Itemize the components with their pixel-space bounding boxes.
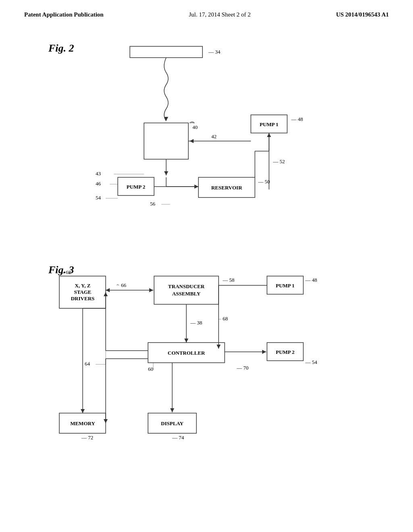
svg-marker-50 <box>106 288 110 292</box>
svg-marker-79 <box>262 350 266 354</box>
svg-marker-36 <box>267 133 271 137</box>
svg-rect-39 <box>154 276 219 304</box>
svg-marker-72 <box>217 345 221 349</box>
header-center: Jul. 17, 2014 Sheet 2 of 2 <box>189 11 250 18</box>
svg-text:— 54: — 54 <box>305 359 317 365</box>
svg-text:— 48: — 48 <box>291 116 303 122</box>
svg-rect-55 <box>148 343 225 363</box>
svg-marker-27 <box>194 185 198 189</box>
svg-text:PUMP 2: PUMP 2 <box>127 184 146 190</box>
svg-text:40: 40 <box>192 124 198 130</box>
svg-text:PUMP 2: PUMP 2 <box>276 349 295 355</box>
fig2-svg: — 34 40 ⌒ 42 PUMP 1 — 48 <box>24 38 389 252</box>
svg-text:68: 68 <box>223 316 228 322</box>
svg-text:RESERVOIR: RESERVOIR <box>211 185 242 191</box>
main-content: Fig. 2 — 34 40 ⌒ 42 <box>0 22 413 482</box>
svg-marker-91 <box>170 408 174 412</box>
svg-text:ASSEMBLY: ASSEMBLY <box>172 291 201 297</box>
svg-text:STAGE: STAGE <box>74 289 91 295</box>
svg-text:— 58: — 58 <box>222 277 234 283</box>
svg-rect-30 <box>198 177 255 197</box>
svg-text:64: 64 <box>85 361 90 367</box>
page-header: Patent Application Publication Jul. 17, … <box>0 0 413 22</box>
svg-text:— 38: — 38 <box>190 320 202 326</box>
svg-marker-53 <box>184 339 188 343</box>
svg-marker-86 <box>104 419 108 423</box>
svg-rect-87 <box>148 413 196 433</box>
svg-text:— 70: — 70 <box>236 365 248 371</box>
svg-rect-81 <box>59 413 106 433</box>
svg-text:X, Y, Z: X, Y, Z <box>75 283 91 289</box>
svg-text:DISPLAY: DISPLAY <box>161 420 184 426</box>
svg-rect-75 <box>267 343 303 361</box>
svg-text:— 34: — 34 <box>208 49 221 55</box>
svg-text:42: 42 <box>211 133 217 139</box>
svg-text:66: 66 <box>121 282 127 288</box>
svg-text:— 50: — 50 <box>258 179 270 185</box>
svg-text:PUMP 1: PUMP 1 <box>276 283 295 289</box>
svg-text:— 48: — 48 <box>305 277 317 283</box>
svg-text:46: 46 <box>96 181 101 187</box>
svg-text:— 72: — 72 <box>81 434 93 441</box>
svg-marker-17 <box>164 171 168 175</box>
svg-text:— 74: — 74 <box>172 434 184 441</box>
svg-rect-43 <box>59 276 106 308</box>
svg-marker-62 <box>104 292 108 296</box>
svg-marker-94 <box>81 409 85 413</box>
svg-text:43: 43 <box>96 170 101 177</box>
svg-text:MEMORY: MEMORY <box>70 420 95 426</box>
header-left: Patent Application Publication <box>24 11 104 18</box>
fig3-svg: TRANSDUCER ASSEMBLY — 58 X, Y, Z STAGE D… <box>24 264 389 474</box>
svg-rect-3 <box>144 123 188 159</box>
fig3-diagram: Fig. 3 TRANSDUCER ASSEMBLY — 58 X, Y, Z … <box>24 264 389 474</box>
svg-marker-49 <box>149 288 153 292</box>
svg-text:PUMP 1: PUMP 1 <box>260 121 279 127</box>
fig3-label: Fig. 3 <box>48 264 74 276</box>
svg-text:56: 56 <box>150 201 156 207</box>
fig2-label: Fig. 2 <box>48 42 74 54</box>
svg-text:CONTROLLER: CONTROLLER <box>168 350 205 356</box>
header-right: US 2014/0196543 A1 <box>336 11 389 18</box>
svg-rect-66 <box>267 276 303 294</box>
svg-text:DRIVERS: DRIVERS <box>71 295 95 301</box>
svg-marker-8 <box>190 139 194 143</box>
svg-text:TRANSDUCER: TRANSDUCER <box>168 283 205 289</box>
svg-text:— 52: — 52 <box>273 158 285 164</box>
svg-marker-2 <box>164 117 168 121</box>
fig2-diagram: Fig. 2 — 34 40 ⌒ 42 <box>24 38 389 252</box>
svg-text:54: 54 <box>96 195 101 201</box>
svg-rect-22 <box>118 177 154 195</box>
svg-text:60: 60 <box>148 366 153 372</box>
svg-rect-10 <box>251 115 287 133</box>
svg-rect-0 <box>130 46 202 58</box>
svg-text:⌒: ⌒ <box>190 122 195 128</box>
